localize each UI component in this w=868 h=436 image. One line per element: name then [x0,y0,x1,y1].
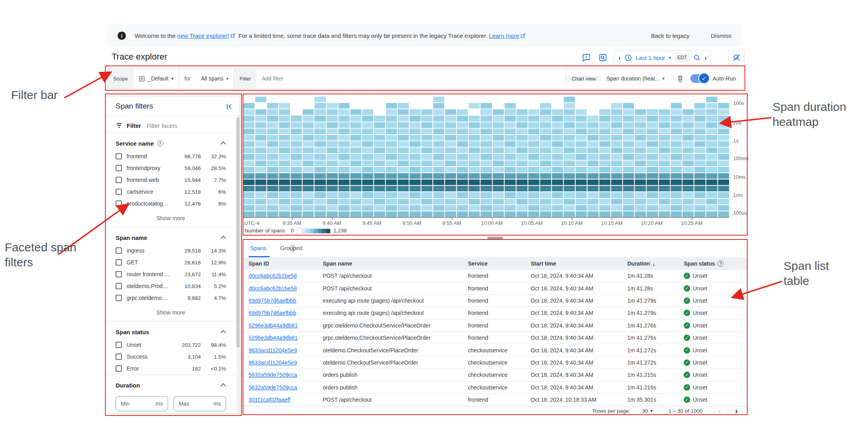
heatmap-cell[interactable] [611,167,622,172]
heatmap-cell[interactable] [279,211,290,217]
heatmap-cell[interactable] [718,161,729,166]
heatmap-cell[interactable] [552,148,563,153]
heatmap-cell[interactable] [694,141,705,147]
heatmap-cell[interactable] [255,154,266,159]
heatmap-cell[interactable] [255,199,266,204]
heatmap-cell[interactable] [410,129,421,134]
help-icon[interactable]: ? [157,140,163,146]
heatmap-cell[interactable] [694,103,705,109]
heatmap-cell[interactable] [683,211,694,217]
heatmap-cell[interactable] [291,148,302,153]
heatmap-cell[interactable] [469,154,480,159]
heatmap-cell[interactable] [623,205,634,211]
heatmap-cell[interactable] [694,180,705,185]
heatmap-cell[interactable] [671,173,682,179]
heatmap-cell[interactable] [255,122,266,128]
heatmap-cell[interactable] [398,109,409,115]
heatmap-cell[interactable] [623,180,634,185]
heatmap-cell[interactable] [291,180,302,185]
heatmap-cell[interactable] [303,129,314,134]
heatmap-cell[interactable] [279,135,290,140]
heatmap-cell[interactable] [279,161,290,166]
heatmap-cell[interactable] [339,199,350,204]
heatmap-cell[interactable] [374,161,385,166]
heatmap-cell[interactable] [671,205,682,211]
heatmap-cell[interactable] [410,180,421,185]
heatmap-cell[interactable] [327,167,338,172]
heatmap-cell[interactable] [243,135,254,140]
heatmap-cell[interactable] [683,148,694,153]
heatmap-cell[interactable] [457,154,468,159]
heatmap-cell[interactable] [255,148,266,153]
heatmap-cell[interactable] [493,192,504,198]
heatmap-cell[interactable] [279,199,290,204]
heatmap-cell[interactable] [445,116,456,121]
heatmap-cell[interactable] [327,97,338,102]
heatmap-cell[interactable] [493,97,504,102]
heatmap-cell[interactable] [303,97,314,102]
heatmap-cell[interactable] [303,167,314,172]
heatmap-cell[interactable] [314,154,326,159]
heatmap-cell[interactable] [505,129,516,134]
heatmap-cell[interactable] [303,148,314,153]
heatmap-cell[interactable] [433,192,444,198]
heatmap-cell[interactable] [445,167,456,172]
heatmap-cell[interactable] [339,109,350,115]
heatmap-cell[interactable] [267,129,278,134]
heatmap-cell[interactable] [291,129,302,134]
heatmap-cell[interactable] [552,154,563,159]
heatmap-cell[interactable] [327,148,338,153]
heatmap-cell[interactable] [421,116,432,121]
heatmap-cell[interactable] [327,116,338,121]
heatmap-cell[interactable] [421,192,432,198]
heatmap-cell[interactable] [457,199,468,204]
heatmap-cell[interactable] [481,109,492,115]
heatmap-cell[interactable] [540,211,551,217]
heatmap-cell[interactable] [528,103,539,109]
heatmap-cell[interactable] [481,103,492,109]
heatmap-cell[interactable] [243,97,254,102]
heatmap-cell[interactable] [457,180,468,185]
heatmap-cell[interactable] [314,148,326,153]
heatmap-cell[interactable] [350,129,361,134]
heatmap-cell[interactable] [327,192,338,198]
heatmap-cell[interactable] [659,122,670,128]
heatmap-cell[interactable] [339,161,350,166]
heatmap-cell[interactable] [327,211,338,217]
heatmap-cell[interactable] [540,154,551,159]
heatmap-cell[interactable] [576,129,587,134]
heatmap-cell[interactable] [303,186,314,191]
heatmap-cell[interactable] [647,154,658,159]
heatmap-cell[interactable] [421,199,432,204]
heatmap-cell[interactable] [267,122,278,128]
previous-page-button[interactable]: ‹ [718,407,721,415]
heatmap-cell[interactable] [243,129,254,134]
heatmap-cell[interactable] [671,180,682,185]
heatmap-cell[interactable] [635,180,646,185]
heatmap-cell[interactable] [314,192,326,198]
heatmap-cell[interactable] [374,192,385,198]
heatmap-cell[interactable] [457,135,468,140]
heatmap-cell[interactable] [587,186,599,191]
heatmap-cell[interactable] [528,116,539,121]
heatmap-cell[interactable] [350,180,361,185]
heatmap-cell[interactable] [255,129,266,134]
heatmap-cell[interactable] [564,141,575,147]
heatmap-cell[interactable] [421,141,432,147]
heatmap-cell[interactable] [433,199,444,204]
heatmap-cell[interactable] [552,122,563,128]
heatmap-cell[interactable] [386,135,397,140]
heatmap-cell[interactable] [528,199,539,204]
heatmap-cell[interactable] [469,116,480,121]
heatmap-cell[interactable] [350,122,361,128]
heatmap-cell[interactable] [683,167,694,172]
heatmap-cell[interactable] [303,116,314,121]
heatmap-cell[interactable] [611,109,622,115]
chevron-up-icon[interactable] [221,141,226,147]
heatmap-cell[interactable] [314,116,326,121]
heatmap-cell[interactable] [694,192,705,198]
heatmap-cell[interactable] [587,167,599,172]
heatmap-cell[interactable] [516,192,528,198]
duration-max-input[interactable]: ms [174,396,226,411]
heatmap-cell[interactable] [350,97,361,102]
